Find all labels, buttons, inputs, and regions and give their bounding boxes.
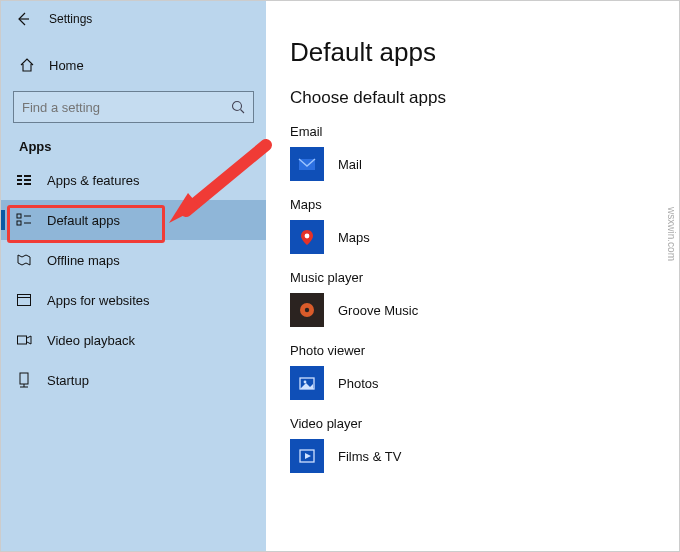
default-app-email[interactable]: Mail	[290, 147, 653, 181]
nav-apps-websites[interactable]: Apps for websites	[1, 280, 266, 320]
nav-item-label: Offline maps	[47, 253, 120, 268]
svg-rect-9	[17, 183, 22, 185]
nav-startup[interactable]: Startup	[1, 360, 266, 400]
app-name: Photos	[338, 376, 378, 391]
mail-app-icon	[290, 147, 324, 181]
group-label-photo: Photo viewer	[290, 343, 653, 358]
back-arrow-icon	[15, 11, 31, 27]
nav-video-playback[interactable]: Video playback	[1, 320, 266, 360]
offline-maps-icon	[15, 251, 33, 269]
nav-item-label: Default apps	[47, 213, 120, 228]
app-name: Mail	[338, 157, 362, 172]
default-app-maps[interactable]: Maps	[290, 220, 653, 254]
home-icon	[19, 57, 35, 73]
page-title: Default apps	[290, 37, 653, 68]
nav-default-apps[interactable]: Default apps	[1, 200, 266, 240]
svg-point-26	[305, 234, 310, 239]
svg-rect-19	[18, 336, 27, 344]
nav-item-label: Video playback	[47, 333, 135, 348]
home-link[interactable]: Home	[1, 47, 266, 83]
svg-rect-8	[17, 179, 22, 181]
films-tv-app-icon	[290, 439, 324, 473]
svg-rect-14	[17, 221, 21, 225]
groove-app-icon	[290, 293, 324, 327]
category-header: Apps	[19, 139, 266, 154]
apps-websites-icon	[15, 291, 33, 309]
sidebar: Settings Home Apps Apps & features Defau…	[1, 1, 266, 551]
svg-rect-17	[18, 295, 31, 306]
default-app-video[interactable]: Films & TV	[290, 439, 653, 473]
app-name: Maps	[338, 230, 370, 245]
svg-rect-13	[17, 214, 21, 218]
back-button[interactable]	[5, 1, 41, 37]
svg-line-6	[241, 110, 245, 114]
app-name: Films & TV	[338, 449, 401, 464]
nav-item-label: Startup	[47, 373, 89, 388]
nav-item-label: Apps & features	[47, 173, 140, 188]
svg-rect-7	[17, 175, 22, 177]
apps-features-icon	[15, 171, 33, 189]
nav-apps-features[interactable]: Apps & features	[1, 160, 266, 200]
svg-rect-20	[20, 373, 28, 384]
svg-rect-11	[24, 179, 31, 181]
group-label-maps: Maps	[290, 197, 653, 212]
video-playback-icon	[15, 331, 33, 349]
section-title: Choose default apps	[290, 88, 653, 108]
group-label-music: Music player	[290, 270, 653, 285]
svg-point-5	[233, 102, 242, 111]
home-label: Home	[49, 58, 84, 73]
svg-point-30	[304, 381, 307, 384]
search-icon	[231, 100, 245, 114]
group-label-email: Email	[290, 124, 653, 139]
default-app-music[interactable]: Groove Music	[290, 293, 653, 327]
search-box[interactable]	[13, 91, 254, 123]
svg-rect-10	[24, 175, 31, 177]
svg-point-28	[305, 308, 309, 312]
watermark: wsxwin.com	[666, 207, 677, 261]
default-apps-icon	[15, 211, 33, 229]
nav-offline-maps[interactable]: Offline maps	[1, 240, 266, 280]
group-label-video: Video player	[290, 416, 653, 431]
startup-icon	[15, 371, 33, 389]
maps-app-icon	[290, 220, 324, 254]
default-app-photo[interactable]: Photos	[290, 366, 653, 400]
window-title: Settings	[49, 12, 92, 26]
photos-app-icon	[290, 366, 324, 400]
main-content: Default apps Choose default apps Email M…	[266, 1, 679, 551]
app-name: Groove Music	[338, 303, 418, 318]
search-input[interactable]	[22, 100, 231, 115]
nav-item-label: Apps for websites	[47, 293, 150, 308]
svg-rect-12	[24, 183, 31, 185]
